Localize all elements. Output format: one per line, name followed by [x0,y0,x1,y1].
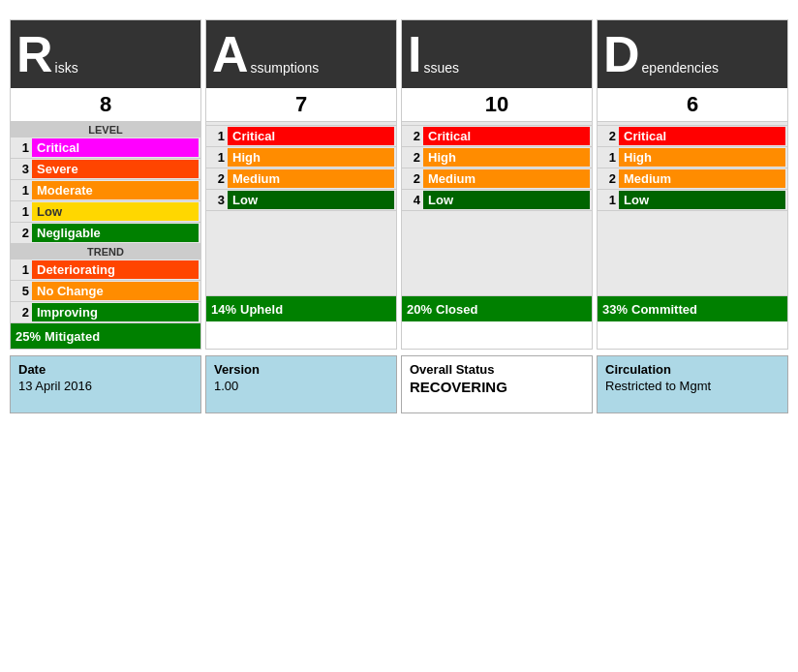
trend-row: 1 Deteriorating [11,260,200,281]
level-header: LEVEL [11,122,200,137]
raid-col-r: R isks 8LEVEL 1 Critical 3 Severe 1 Mode… [10,19,201,350]
footer-label-0: Date [18,362,193,377]
level-num: 1 [13,140,32,155]
level-row: 1 Moderate [11,180,200,201]
footer-label-2: Overall Status [410,362,584,377]
count-d: 6 [598,88,787,122]
trend-row: 5 No Change [11,281,200,302]
footer-grid: Date 13 April 2016 Version 1.00 Overall … [10,355,788,413]
letter-block-r: R isks [11,20,200,88]
level-badge: Medium [423,169,590,188]
count-r: 8 [11,88,200,122]
footer-value-0: 13 April 2016 [18,379,193,393]
trend-header: TREND [11,244,200,260]
level-row: 2 Medium [402,168,592,190]
mitigated-label: Committed [631,302,697,317]
level-row: 3 Low [206,190,396,211]
trend-badge: No Change [32,282,199,300]
mitigated-pct: 20% [407,302,432,317]
trend-num: 5 [13,284,32,298]
footer-cell-2: Overall Status RECOVERING [401,355,593,413]
level-badge: Medium [619,169,785,188]
footer-cell-1: Version 1.00 [205,355,397,413]
level-badge: Severe [32,160,199,178]
footer-label-1: Version [214,362,388,377]
level-badge: Low [228,191,394,209]
trend-row: 2 Improving [11,302,200,323]
letter-block-a: A ssumptions [206,20,396,88]
level-num: 2 [404,171,423,186]
level-row: 2 Negligable [11,223,200,244]
mitigated-row: 33% Committed [598,296,787,321]
raid-grid: R isks 8LEVEL 1 Critical 3 Severe 1 Mode… [10,19,788,350]
level-row: 2 Critical [598,126,787,147]
level-num: 2 [13,226,32,240]
mitigated-pct: 14% [211,302,236,317]
level-badge: Low [32,202,199,221]
level-row: 1 Critical [206,126,396,147]
level-row: 2 Medium [598,168,787,190]
footer-cell-0: Date 13 April 2016 [10,355,201,413]
level-badge: Medium [228,169,394,188]
level-row: 4 Low [402,190,592,211]
letter-label-r: isks [55,60,78,76]
level-num: 1 [208,150,228,165]
letter-label-a: ssumptions [251,60,320,76]
level-num: 1 [599,193,619,207]
raid-col-i: I ssues 10 2 Critical 2 High 2 Medium [401,19,593,350]
level-num: 1 [208,129,228,143]
count-i: 10 [402,88,592,122]
level-num: 3 [208,193,228,207]
mitigated-row: 20% Closed [402,296,592,321]
level-badge: Negligable [32,224,199,242]
mitigated-pct: 25% [15,329,41,344]
level-badge: Critical [32,138,199,157]
mitigated-pct: 33% [602,302,628,317]
big-letter-d: D [603,29,640,79]
level-badge: High [228,148,394,167]
level-row: 2 Critical [402,126,592,147]
mitigated-label: Mitigated [45,329,100,344]
level-badge: Moderate [32,181,199,199]
level-badge: Critical [423,127,590,145]
level-row: 1 Low [11,201,200,223]
level-badge: Low [423,191,590,209]
level-num: 3 [13,162,32,176]
level-badge: Critical [228,127,394,145]
mitigated-row: 14% Upheld [206,296,396,321]
level-num: 4 [404,193,423,207]
level-row: 1 High [598,147,787,168]
trend-num: 1 [13,262,32,277]
level-row: 1 Critical [11,137,200,159]
raid-col-a: A ssumptions 7 1 Critical 1 High 2 Mediu… [205,19,397,350]
trend-num: 2 [13,305,32,320]
mitigated-row: 25% Mitigated [11,323,200,349]
level-badge: High [423,148,590,167]
level-num: 2 [599,171,619,186]
level-row: 2 Medium [206,168,396,190]
footer-value-2: RECOVERING [410,379,584,395]
level-num: 2 [404,150,423,165]
level-num: 1 [13,204,32,219]
footer-cell-3: Circulation Restricted to Mgmt [597,355,788,413]
footer-value-1: 1.00 [214,379,388,393]
big-letter-i: I [408,29,421,79]
level-row: 1 Low [598,190,787,211]
level-num: 1 [599,150,619,165]
letter-block-d: D ependencies [598,20,787,88]
footer-value-3: Restricted to Mgmt [605,379,780,393]
level-num: 1 [13,183,32,198]
level-num: 2 [404,129,423,143]
footer-label-3: Circulation [605,362,780,377]
mitigated-label: Upheld [240,302,283,317]
level-badge: Critical [619,127,785,145]
level-row: 1 High [206,147,396,168]
letter-label-i: ssues [423,60,459,76]
level-row: 3 Severe [11,159,200,180]
count-a: 7 [206,88,396,122]
big-letter-a: A [212,29,249,79]
trend-badge: Deteriorating [32,260,199,279]
level-row: 2 High [402,147,592,168]
level-badge: Low [619,191,785,209]
level-num: 2 [599,129,619,143]
